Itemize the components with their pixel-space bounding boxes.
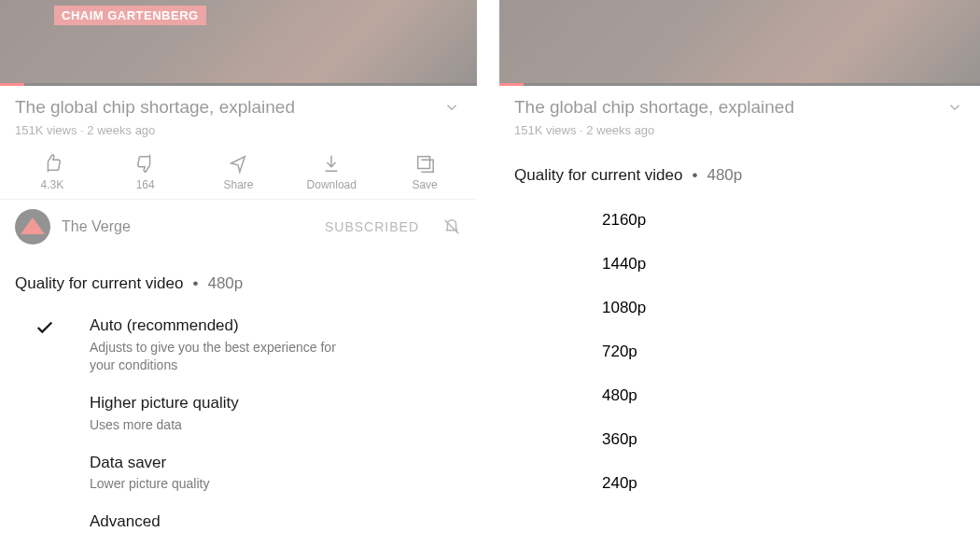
quality-sheet-simple: Quality for current video • 480p Auto (r… <box>0 261 477 542</box>
save-button[interactable]: Save <box>378 152 471 191</box>
left-screenshot: CHAIM GARTENBERG The global chip shortag… <box>0 0 477 560</box>
sheet-header: Quality for current video • 480p <box>0 261 477 306</box>
quality-option-datasaver[interactable]: Data saver Lower picture quality <box>0 443 477 503</box>
dimmed-background: CHAIM GARTENBERG The global chip shortag… <box>0 0 477 248</box>
video-player[interactable] <box>499 0 980 86</box>
resolution-option-480p[interactable]: 480p <box>499 373 980 417</box>
video-stats: 151K views · 2 weeks ago <box>15 123 462 137</box>
dimmed-background: The global chip shortage, explained 151K… <box>499 0 980 147</box>
author-chip: CHAIM GARTENBERG <box>54 6 206 25</box>
thumbs-down-icon <box>135 152 156 175</box>
resolution-option-1440p[interactable]: 1440p <box>499 242 980 286</box>
video-title: The global chip shortage, explained <box>15 97 462 118</box>
resolution-option-1080p[interactable]: 1080p <box>499 286 980 329</box>
save-icon <box>414 152 435 175</box>
channel-row[interactable]: The Verge SUBSCRIBED <box>0 200 477 248</box>
resolution-option-2160p[interactable]: 2160p <box>499 198 980 242</box>
quality-option-auto[interactable]: Auto (recommended) Adjusts to give you t… <box>0 306 477 384</box>
quality-option-higher[interactable]: Higher picture quality Uses more data <box>0 384 477 443</box>
video-meta: The global chip shortage, explained 151K… <box>0 86 477 147</box>
checkmark-icon <box>0 315 90 338</box>
like-button[interactable]: 4.3K <box>6 152 99 191</box>
video-stats: 151K views · 2 weeks ago <box>514 123 965 137</box>
subscribed-label[interactable]: SUBSCRIBED <box>325 219 419 234</box>
svg-rect-0 <box>418 157 430 169</box>
share-button[interactable]: Share <box>192 152 286 191</box>
video-title: The global chip shortage, explained <box>514 97 965 118</box>
download-button[interactable]: Download <box>285 152 378 191</box>
resolution-option-720p[interactable]: 720p <box>499 329 980 373</box>
video-meta: The global chip shortage, explained 151K… <box>499 86 980 147</box>
chevron-down-icon[interactable] <box>946 99 963 116</box>
resolution-option-360p[interactable]: 360p <box>499 417 980 461</box>
quality-sheet-advanced: Quality for current video • 480p 2160p 1… <box>499 153 980 505</box>
video-player[interactable]: CHAIM GARTENBERG <box>0 0 477 86</box>
share-icon <box>228 152 248 175</box>
sheet-header: Quality for current video • 480p <box>499 153 980 198</box>
dislike-button[interactable]: 164 <box>99 152 192 191</box>
bell-off-icon[interactable] <box>441 217 462 237</box>
right-screenshot: The global chip shortage, explained 151K… <box>499 0 980 560</box>
download-icon <box>321 152 342 175</box>
channel-avatar[interactable] <box>15 209 50 245</box>
channel-name: The Verge <box>62 218 131 235</box>
chevron-down-icon[interactable] <box>443 99 460 116</box>
thumbs-up-icon <box>42 152 63 175</box>
resolution-option-240p[interactable]: 240p <box>499 461 980 505</box>
quality-option-advanced[interactable]: Advanced <box>0 502 477 542</box>
action-row: 4.3K 164 Share Download <box>0 147 477 199</box>
